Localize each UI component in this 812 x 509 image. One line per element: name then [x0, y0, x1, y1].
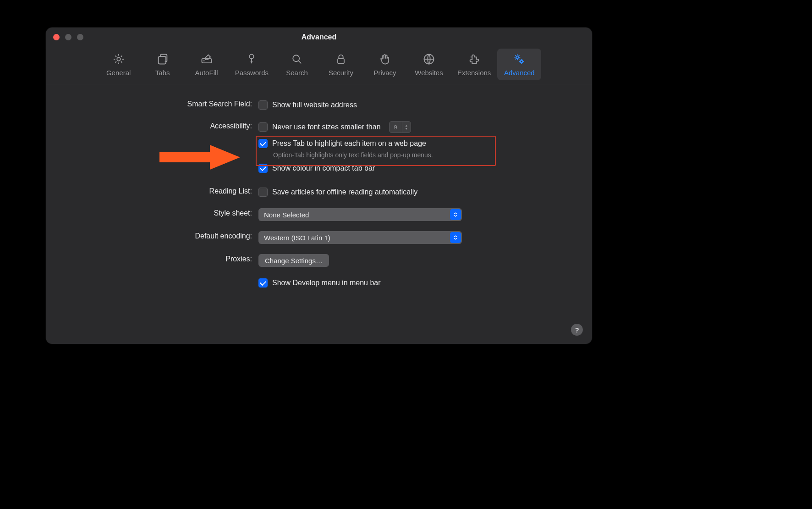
svg-point-0 — [117, 57, 120, 61]
svg-point-7 — [516, 56, 519, 58]
develop-menu-checkbox[interactable] — [258, 278, 268, 288]
smart-search-label: Smart Search Field: — [61, 99, 258, 108]
chevron-up-down-icon — [450, 232, 461, 243]
toolbar-item-label: Security — [329, 69, 353, 77]
change-settings-label: Change Settings… — [265, 257, 323, 265]
gear-icon — [112, 52, 126, 66]
chevron-up-down-icon — [450, 209, 461, 220]
toolbar-item-passwords[interactable]: Passwords — [229, 49, 275, 80]
save-offline-label: Save articles for offline reading automa… — [272, 188, 417, 196]
default-encoding-popup[interactable]: Western (ISO Latin 1) — [258, 231, 462, 244]
reading-list-label: Reading List: — [61, 186, 258, 195]
globe-icon — [422, 52, 436, 66]
window-title: Advanced — [46, 33, 592, 41]
puzzle-icon — [467, 52, 481, 66]
toolbar-item-websites[interactable]: Websites — [407, 49, 451, 80]
stepper-arrows-icon: ▲▼ — [402, 122, 411, 133]
toolbar-item-autofill[interactable]: AutoFill — [185, 49, 229, 80]
gears-icon — [512, 52, 526, 66]
toolbar-item-security[interactable]: Security — [319, 49, 363, 80]
min-font-size-label: Never use font sizes smaller than — [272, 123, 381, 131]
svg-point-4 — [293, 55, 299, 61]
show-colour-checkbox[interactable] — [258, 164, 268, 173]
svg-point-3 — [250, 55, 254, 59]
toolbar-item-label: Extensions — [457, 69, 491, 77]
style-sheet-label: Style sheet: — [61, 208, 258, 217]
lock-icon — [334, 52, 348, 66]
svg-point-8 — [521, 61, 523, 63]
advanced-pane: Smart Search Field: Show full website ad… — [46, 85, 592, 298]
toolbar-item-general[interactable]: General — [97, 49, 141, 80]
toolbar-item-label: Tabs — [155, 69, 170, 77]
show-full-url-label: Show full website address — [272, 101, 357, 109]
toolbar-item-advanced[interactable]: Advanced — [497, 49, 541, 80]
svg-rect-1 — [158, 56, 165, 64]
min-font-size-stepper[interactable]: 9 ▲▼ — [389, 121, 411, 133]
min-font-size-checkbox[interactable] — [258, 122, 268, 132]
press-tab-checkbox[interactable] — [258, 139, 268, 148]
toolbar-item-label: Search — [286, 69, 308, 77]
preferences-toolbar: General Tabs AutoFill Passwords Search — [46, 46, 592, 85]
toolbar-item-label: Websites — [415, 69, 443, 77]
show-colour-label: Show colour in compact tab bar — [272, 164, 375, 172]
proxies-label: Proxies: — [61, 254, 258, 263]
pencil-field-icon — [200, 52, 214, 66]
toolbar-item-label: Advanced — [504, 69, 535, 77]
search-icon — [290, 52, 304, 66]
toolbar-item-extensions[interactable]: Extensions — [451, 49, 497, 80]
default-encoding-value: Western (ISO Latin 1) — [264, 234, 330, 242]
hand-icon — [378, 52, 392, 66]
toolbar-item-label: Passwords — [235, 69, 269, 77]
toolbar-item-label: Privacy — [373, 69, 396, 77]
press-tab-note: Option-Tab highlights only text fields a… — [273, 151, 576, 159]
help-button[interactable]: ? — [571, 324, 583, 336]
tabs-icon — [156, 52, 170, 66]
show-full-url-checkbox[interactable] — [258, 100, 268, 110]
toolbar-item-tabs[interactable]: Tabs — [141, 49, 185, 80]
key-icon — [245, 52, 258, 66]
toolbar-item-label: General — [106, 69, 131, 77]
save-offline-checkbox[interactable] — [258, 188, 268, 197]
svg-rect-5 — [338, 59, 344, 63]
help-label: ? — [575, 326, 579, 334]
style-sheet-value: None Selected — [264, 211, 309, 219]
develop-menu-label: Show Develop menu in menu bar — [272, 279, 381, 287]
preferences-window: Advanced General Tabs AutoFill Password — [46, 28, 592, 344]
toolbar-item-label: AutoFill — [195, 69, 218, 77]
style-sheet-popup[interactable]: None Selected — [258, 208, 462, 221]
accessibility-label: Accessibility: — [61, 121, 258, 130]
default-encoding-label: Default encoding: — [61, 231, 258, 240]
titlebar: Advanced — [46, 28, 592, 46]
min-font-size-value: 9 — [390, 124, 402, 131]
change-settings-button[interactable]: Change Settings… — [258, 254, 329, 267]
toolbar-item-search[interactable]: Search — [275, 49, 319, 80]
toolbar-item-privacy[interactable]: Privacy — [363, 49, 407, 80]
press-tab-label: Press Tab to highlight each item on a we… — [272, 139, 426, 148]
